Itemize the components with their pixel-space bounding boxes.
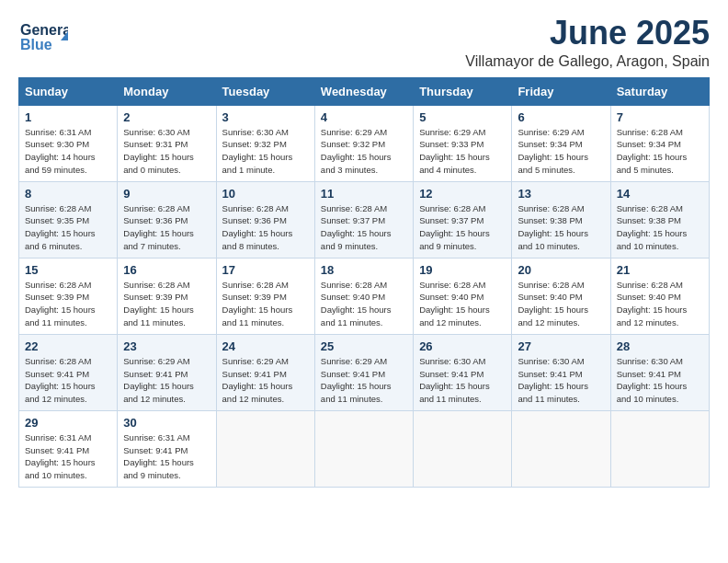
day-info: Sunrise: 6:28 AM Sunset: 9:36 PM Dayligh… [123,202,210,253]
calendar-cell: 27Sunrise: 6:30 AM Sunset: 9:41 PM Dayli… [512,334,610,410]
calendar-cell: 9Sunrise: 6:28 AM Sunset: 9:36 PM Daylig… [118,181,216,258]
day-info: Sunrise: 6:30 AM Sunset: 9:32 PM Dayligh… [222,126,309,177]
day-info: Sunrise: 6:31 AM Sunset: 9:41 PM Dayligh… [25,431,111,482]
day-info: Sunrise: 6:29 AM Sunset: 9:32 PM Dayligh… [321,126,407,177]
day-number: 8 [25,187,111,201]
day-info: Sunrise: 6:29 AM Sunset: 9:33 PM Dayligh… [419,126,506,177]
calendar-cell: 25Sunrise: 6:29 AM Sunset: 9:41 PM Dayli… [314,334,413,410]
day-info: Sunrise: 6:28 AM Sunset: 9:40 PM Dayligh… [518,279,604,329]
day-info: Sunrise: 6:30 AM Sunset: 9:41 PM Dayligh… [419,355,506,406]
calendar-cell [414,410,512,487]
calendar-cell [512,410,610,487]
day-number: 19 [419,263,506,277]
header: General Blue June 2025 Villamayor de Gal… [18,15,710,70]
calendar-cell: 2Sunrise: 6:30 AM Sunset: 9:31 PM Daylig… [118,105,216,181]
day-info: Sunrise: 6:28 AM Sunset: 9:39 PM Dayligh… [222,279,309,329]
month-title: June 2025 [465,15,710,52]
calendar-cell: 19Sunrise: 6:28 AM Sunset: 9:40 PM Dayli… [414,258,512,334]
calendar-cell: 6Sunrise: 6:29 AM Sunset: 9:34 PM Daylig… [512,105,610,181]
calendar-week-2: 8Sunrise: 6:28 AM Sunset: 9:35 PM Daylig… [19,181,710,258]
calendar-cell: 23Sunrise: 6:29 AM Sunset: 9:41 PM Dayli… [118,334,216,410]
day-number: 21 [617,263,703,277]
day-info: Sunrise: 6:29 AM Sunset: 9:41 PM Dayligh… [321,355,407,406]
day-number: 2 [123,110,210,124]
day-number: 16 [123,263,210,277]
day-info: Sunrise: 6:28 AM Sunset: 9:40 PM Dayligh… [419,279,506,329]
calendar-cell: 18Sunrise: 6:28 AM Sunset: 9:40 PM Dayli… [314,258,413,334]
calendar-cell: 5Sunrise: 6:29 AM Sunset: 9:33 PM Daylig… [414,105,512,181]
day-header-sunday: Sunday [19,77,118,105]
day-info: Sunrise: 6:28 AM Sunset: 9:36 PM Dayligh… [222,202,309,253]
day-number: 17 [222,263,309,277]
day-info: Sunrise: 6:28 AM Sunset: 9:38 PM Dayligh… [518,202,604,253]
calendar-cell: 8Sunrise: 6:28 AM Sunset: 9:35 PM Daylig… [19,181,118,258]
day-number: 12 [419,187,506,201]
logo-icon: General Blue [18,15,68,59]
day-number: 22 [25,339,111,353]
day-info: Sunrise: 6:30 AM Sunset: 9:41 PM Dayligh… [617,355,703,406]
calendar-cell: 3Sunrise: 6:30 AM Sunset: 9:32 PM Daylig… [216,105,314,181]
day-number: 25 [321,339,407,353]
calendar: SundayMondayTuesdayWednesdayThursdayFrid… [18,77,710,488]
calendar-cell: 11Sunrise: 6:28 AM Sunset: 9:37 PM Dayli… [314,181,413,258]
day-info: Sunrise: 6:28 AM Sunset: 9:34 PM Dayligh… [617,126,703,177]
day-number: 14 [617,187,703,201]
day-number: 24 [222,339,309,353]
logo: General Blue [18,15,68,59]
day-info: Sunrise: 6:28 AM Sunset: 9:40 PM Dayligh… [321,279,407,329]
calendar-cell: 24Sunrise: 6:29 AM Sunset: 9:41 PM Dayli… [216,334,314,410]
day-number: 11 [321,187,407,201]
calendar-cell: 14Sunrise: 6:28 AM Sunset: 9:38 PM Dayli… [610,181,709,258]
calendar-cell: 16Sunrise: 6:28 AM Sunset: 9:39 PM Dayli… [118,258,216,334]
calendar-cell [216,410,314,487]
day-info: Sunrise: 6:28 AM Sunset: 9:35 PM Dayligh… [25,202,111,253]
calendar-cell: 30Sunrise: 6:31 AM Sunset: 9:41 PM Dayli… [118,410,216,487]
calendar-cell: 13Sunrise: 6:28 AM Sunset: 9:38 PM Dayli… [512,181,610,258]
day-info: Sunrise: 6:29 AM Sunset: 9:41 PM Dayligh… [123,355,210,406]
calendar-cell: 1Sunrise: 6:31 AM Sunset: 9:30 PM Daylig… [19,105,118,181]
day-number: 13 [518,187,604,201]
title-area: June 2025 Villamayor de Gallego, Aragon,… [465,15,710,70]
calendar-cell: 4Sunrise: 6:29 AM Sunset: 9:32 PM Daylig… [314,105,413,181]
day-number: 20 [518,263,604,277]
day-header-friday: Friday [512,77,610,105]
calendar-cell: 10Sunrise: 6:28 AM Sunset: 9:36 PM Dayli… [216,181,314,258]
day-number: 3 [222,110,309,124]
day-header-saturday: Saturday [610,77,709,105]
day-number: 1 [25,110,111,124]
day-info: Sunrise: 6:28 AM Sunset: 9:40 PM Dayligh… [617,279,703,329]
day-number: 5 [419,110,506,124]
day-header-tuesday: Tuesday [216,77,314,105]
calendar-cell: 26Sunrise: 6:30 AM Sunset: 9:41 PM Dayli… [414,334,512,410]
calendar-cell: 15Sunrise: 6:28 AM Sunset: 9:39 PM Dayli… [19,258,118,334]
day-header-thursday: Thursday [414,77,512,105]
day-info: Sunrise: 6:31 AM Sunset: 9:41 PM Dayligh… [123,431,210,482]
calendar-cell: 17Sunrise: 6:28 AM Sunset: 9:39 PM Dayli… [216,258,314,334]
day-number: 26 [419,339,506,353]
day-number: 15 [25,263,111,277]
calendar-cell: 7Sunrise: 6:28 AM Sunset: 9:34 PM Daylig… [610,105,709,181]
day-number: 28 [617,339,703,353]
calendar-week-4: 22Sunrise: 6:28 AM Sunset: 9:41 PM Dayli… [19,334,710,410]
day-info: Sunrise: 6:28 AM Sunset: 9:39 PM Dayligh… [123,279,210,329]
calendar-week-1: 1Sunrise: 6:31 AM Sunset: 9:30 PM Daylig… [19,105,710,181]
day-number: 10 [222,187,309,201]
day-number: 23 [123,339,210,353]
day-number: 7 [617,110,703,124]
calendar-week-3: 15Sunrise: 6:28 AM Sunset: 9:39 PM Dayli… [19,258,710,334]
day-info: Sunrise: 6:30 AM Sunset: 9:31 PM Dayligh… [123,126,210,177]
day-info: Sunrise: 6:28 AM Sunset: 9:38 PM Dayligh… [617,202,703,253]
calendar-cell: 28Sunrise: 6:30 AM Sunset: 9:41 PM Dayli… [610,334,709,410]
day-info: Sunrise: 6:28 AM Sunset: 9:37 PM Dayligh… [321,202,407,253]
day-info: Sunrise: 6:28 AM Sunset: 9:37 PM Dayligh… [419,202,506,253]
day-header-wednesday: Wednesday [314,77,413,105]
calendar-cell [610,410,709,487]
calendar-cell: 29Sunrise: 6:31 AM Sunset: 9:41 PM Dayli… [19,410,118,487]
day-header-monday: Monday [118,77,216,105]
day-number: 9 [123,187,210,201]
day-number: 4 [321,110,407,124]
day-info: Sunrise: 6:29 AM Sunset: 9:41 PM Dayligh… [222,355,309,406]
day-info: Sunrise: 6:28 AM Sunset: 9:41 PM Dayligh… [25,355,111,406]
day-info: Sunrise: 6:29 AM Sunset: 9:34 PM Dayligh… [518,126,604,177]
calendar-week-5: 29Sunrise: 6:31 AM Sunset: 9:41 PM Dayli… [19,410,710,487]
